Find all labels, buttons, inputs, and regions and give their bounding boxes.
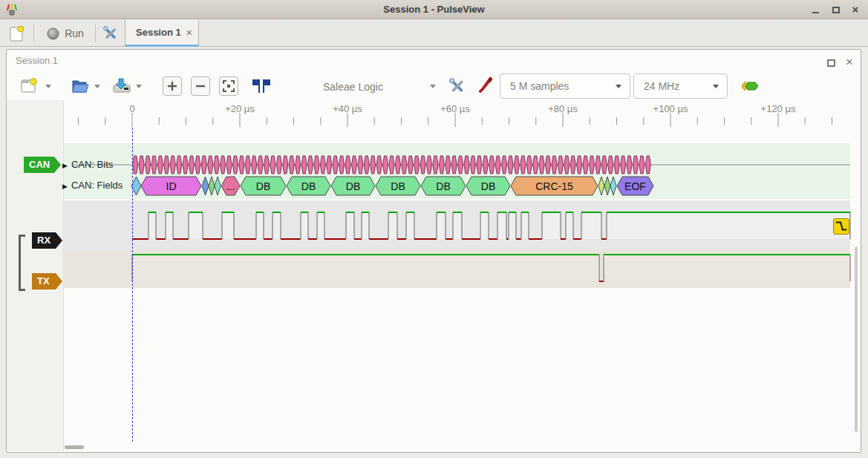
device-select[interactable]: Saleae Logic <box>323 74 383 99</box>
trigger-marker-badge[interactable] <box>833 218 849 235</box>
channels-button[interactable] <box>476 76 495 96</box>
ruler-label: +120 µs <box>761 103 796 114</box>
run-label: Run <box>65 27 84 39</box>
device-label: Saleae Logic <box>323 81 383 93</box>
new-view-icon <box>20 76 38 94</box>
zoom-in-button[interactable] <box>163 76 182 96</box>
decoder-row-label: CAN: Bits <box>71 159 113 170</box>
session-window-title: Session 1 <box>16 55 58 66</box>
run-icon <box>47 27 59 40</box>
decoder-row-label: CAN: Fields <box>71 180 123 191</box>
wrench-screwdriver-icon <box>448 76 467 96</box>
chevron-down-icon <box>616 85 621 88</box>
save-dropdown[interactable] <box>136 85 142 88</box>
tab-label: Session 1 <box>136 27 181 38</box>
chevron-down-icon <box>713 85 719 88</box>
sample-count-value: 5 M samples <box>510 80 569 92</box>
save-button[interactable] <box>112 76 131 94</box>
zoom-fit-button[interactable] <box>219 76 238 96</box>
chevron-down-icon <box>136 85 142 88</box>
minus-icon <box>195 81 206 91</box>
probe-icon <box>476 76 495 96</box>
horizontal-scrollbar[interactable] <box>65 445 84 449</box>
toolbar-separator <box>33 24 34 42</box>
settings-button[interactable] <box>99 22 123 45</box>
minimize-button[interactable] <box>807 3 823 16</box>
chevron-down-icon <box>430 85 436 88</box>
toolbar-separator <box>95 24 96 42</box>
save-icon <box>112 76 131 94</box>
tab-close-icon[interactable]: × <box>186 26 192 39</box>
falling-edge-icon <box>834 219 849 234</box>
vertical-scrollbar[interactable] <box>855 246 858 432</box>
run-button[interactable]: Run <box>40 22 91 45</box>
tab-session-1[interactable]: Session 1 × <box>125 20 199 47</box>
session-close-button[interactable]: × <box>846 57 853 68</box>
maximize-button[interactable] <box>828 3 844 16</box>
cursor-flags-icon <box>252 78 271 94</box>
chevron-down-icon <box>45 85 51 88</box>
chevron-down-icon <box>94 85 100 88</box>
open-folder-icon <box>71 76 90 94</box>
session-restore-button[interactable] <box>827 56 835 70</box>
plus-icon <box>167 81 177 91</box>
sample-count-select[interactable]: 5 M samples <box>500 73 630 99</box>
expand-icon[interactable]: ▶ <box>62 162 68 169</box>
ruler-label: +80 µs <box>548 103 578 114</box>
decoder-tag-can[interactable]: CAN <box>24 157 61 173</box>
add-decoder-button[interactable] <box>740 79 761 93</box>
ruler-label: +100 µs <box>653 103 688 114</box>
ruler-label: +60 µs <box>440 103 470 114</box>
show-cursors-button[interactable] <box>252 78 271 94</box>
zoom-out-button[interactable] <box>191 76 210 96</box>
open-button[interactable] <box>71 76 90 94</box>
main-toolbar: Run Session 1 × <box>0 20 868 47</box>
decoder-icon <box>740 79 761 93</box>
ruler-label: 0 <box>129 103 134 114</box>
expand-icon[interactable]: ▶ <box>62 183 68 190</box>
sample-rate-select[interactable]: 24 MHz <box>633 73 728 99</box>
device-dropdown[interactable] <box>430 85 436 88</box>
sample-rate-value: 24 MHz <box>644 80 679 92</box>
titlebar[interactable]: Session 1 - PulseView × <box>0 0 868 19</box>
ruler-label: +20 µs <box>225 103 255 114</box>
time-cursor[interactable] <box>132 128 133 442</box>
new-view-button[interactable] <box>20 76 38 94</box>
open-dropdown[interactable] <box>94 85 100 88</box>
new-file-icon <box>9 24 25 42</box>
decoder-row-can-bits[interactable]: ▶CAN: Bits <box>62 159 113 170</box>
new-session-button[interactable] <box>6 22 28 45</box>
configure-device-button[interactable] <box>448 76 467 96</box>
wrench-screwdriver-icon <box>102 24 120 42</box>
zoom-fit-icon <box>223 80 235 92</box>
window-title: Session 1 - PulseView <box>0 4 868 15</box>
new-view-dropdown[interactable] <box>45 85 51 88</box>
pulseview-window: Session 1 - PulseView × Run <box>0 0 868 458</box>
decoder-row-can-fields[interactable]: ▶CAN: Fields <box>62 180 123 191</box>
ruler-label: +40 µs <box>333 103 362 114</box>
close-button[interactable]: × <box>847 3 864 16</box>
